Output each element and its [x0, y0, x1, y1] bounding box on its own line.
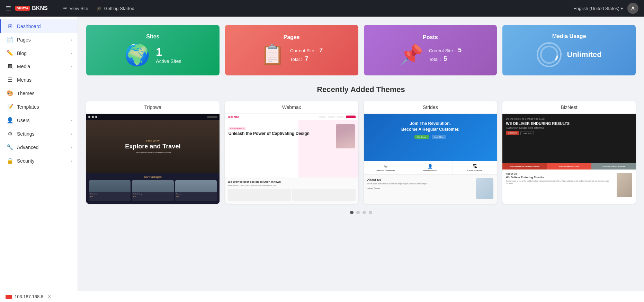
strides-feat-3: 🏗 Constructive Built [453, 161, 497, 174]
sidebar-item-security[interactable]: 🔒 Security › [0, 154, 78, 167]
svg-point-0 [541, 46, 557, 63]
topnav: ☰ BKMTA BKNS 👁 View Site 🎓 Getting Start… [0, 0, 644, 17]
sidebar-item-themes[interactable]: 🎨 Themes [0, 86, 78, 100]
brand-name: BKNS [32, 5, 47, 11]
dashboard-label: Dashboard [17, 24, 72, 29]
tripowa-nav-btn [207, 116, 217, 118]
sidebar-item-pages[interactable]: 📄 Pages › [0, 33, 78, 46]
sites-stats: 1 Active Sites [156, 46, 181, 64]
pages-icon: 📋 [260, 43, 285, 66]
sites-card-inner: Sites 🌍 1 Active Sites [93, 34, 213, 67]
pages-current-row: Current Site : 7 [290, 47, 323, 54]
strides-buttons: Get Started Learn More [368, 135, 493, 139]
settings-label: Settings [17, 131, 67, 137]
posts-card[interactable]: Posts 📌 Current Site : 5 Total : 5 [364, 25, 497, 75]
tripowa-headline: Explore and Travel [125, 143, 180, 150]
biznest-feat-1: Private Finance & Business Service [502, 163, 547, 170]
biznest-feat-3: Customer Strategy Analysis [591, 163, 636, 170]
webmax-hero: Premium Auto Tool Unleash the Power of C… [225, 120, 358, 177]
posts-total-value: 5 [444, 55, 447, 62]
posts-total-row: Total : 5 [429, 55, 462, 63]
dot-1[interactable] [350, 211, 354, 214]
dashboard-icon: ⊞ [7, 23, 14, 29]
webmax-nav: Webmax [225, 114, 358, 120]
biznest-feat-3-label: Customer Strategy Analysis [593, 165, 634, 167]
view-site-link[interactable]: 👁 View Site [63, 6, 88, 11]
biznest-lower-body: Our company is one of the world's leadin… [506, 180, 614, 185]
media-chevron: › [71, 64, 72, 68]
sidebar-item-blog[interactable]: ✏️ Blog › [0, 46, 78, 60]
sidebar-item-settings[interactable]: ⚙ Settings › [0, 127, 78, 140]
hamburger-button[interactable]: ☰ [6, 4, 11, 12]
webmax-body-text: Reiciendis sit, ut alias, officiis quod … [228, 184, 356, 187]
themes-grid: Tripowa Let's go on [86, 101, 636, 204]
advanced-icon: 🔧 [7, 144, 14, 150]
advanced-chevron: › [71, 145, 72, 149]
media-card[interactable]: Media Usage Unlimited [502, 25, 636, 75]
main-layout: ⊞ Dashboard 📄 Pages › ✏️ Blog › 🖼 Media … [0, 17, 644, 291]
strides-about-title: About Us [367, 178, 474, 182]
theme-card-biznest[interactable]: BizNest We are ready to change the game!… [502, 101, 636, 204]
theme-preview-strides: Join The Revolution.Become A Regular Cus… [364, 114, 497, 204]
theme-card-webmax[interactable]: Webmax Webmax [225, 101, 358, 204]
pages-card[interactable]: Pages 📋 Current Site : 7 Total : 7 [225, 25, 358, 75]
sidebar-item-dashboard[interactable]: ⊞ Dashboard [0, 19, 78, 33]
posts-card-inner: Posts 📌 Current Site : 5 Total : 5 [371, 34, 490, 66]
pages-total-row: Total : 7 [290, 55, 323, 63]
pages-card-inner: Pages 📋 Current Site : 7 Total : 7 [232, 34, 351, 66]
tripowa-package-cards: Winter Action $250 Scuba Surfing $199 [89, 180, 217, 201]
biznest-about-label: ABOUT US [506, 173, 614, 175]
settings-chevron: › [71, 132, 72, 136]
dot-2[interactable] [356, 211, 360, 214]
avatar[interactable]: A [627, 3, 638, 14]
sidebar-item-templates[interactable]: 📝 Templates [0, 100, 78, 113]
posts-stats: Current Site : 5 Total : 5 [429, 47, 462, 63]
language-selector[interactable]: English (United States) ▾ [573, 6, 623, 11]
tripowa-pkg-1: Winter Action $250 [89, 180, 131, 201]
getting-started-link[interactable]: 🎓 Getting Started [97, 6, 134, 11]
dot-4[interactable] [369, 211, 372, 214]
ip-flag [6, 295, 12, 299]
sidebar-item-media[interactable]: 🖼 Media › [0, 60, 78, 73]
gauge-svg [539, 44, 560, 65]
globe-icon: 🌍 [124, 43, 150, 67]
blog-label: Blog [17, 51, 67, 56]
blog-chevron: › [71, 51, 72, 55]
dot-3[interactable] [363, 211, 366, 214]
ip-close-button[interactable]: ✕ [47, 294, 51, 299]
strides-about: About Us Lorem ipsum dolor sit amet cons… [364, 175, 497, 204]
strides-feat-1-icon: ♾ [366, 164, 406, 169]
themes-label: Themes [17, 91, 72, 96]
webmax-headline: Unleash the Power of Captivating Design [229, 131, 333, 137]
sidebar-item-users[interactable]: 👤 Users › [0, 113, 78, 127]
webmax-sub-headline: We provide best design solution in town [228, 180, 356, 183]
graduation-icon: 🎓 [97, 6, 102, 11]
brand: BKMTA BKNS [15, 5, 48, 11]
posts-current-label: Current Site : [429, 48, 456, 53]
tripowa-nav-item [92, 116, 94, 118]
theme-card-strides[interactable]: Strides Join The Revolution.Become A Reg… [364, 101, 497, 204]
strides-feat-2-icon: 👤 [410, 164, 450, 169]
sidebar-item-advanced[interactable]: 🔧 Advanced › [0, 140, 78, 154]
templates-label: Templates [17, 104, 72, 110]
strides-inner: Join The Revolution.Become A Regular Cus… [364, 114, 497, 204]
media-icon: 🖼 [7, 63, 14, 70]
pages-label: Pages [17, 37, 67, 43]
media-label: Media [17, 64, 67, 69]
pages-chevron: › [71, 38, 72, 42]
pages-current-value: 7 [319, 47, 323, 54]
biznest-headline: WE DELIVER ENDURING RESULTS [506, 121, 632, 126]
strides-feat-2-label: Personal Service [410, 170, 450, 172]
posts-current-value: 5 [458, 47, 462, 54]
biznest-subtext: MAKING YOUR BUSINESS IDEAS COME TRUE [506, 127, 632, 129]
biznest-feat-2-label: Private Investment Data [549, 165, 590, 167]
strides-btn-primary: Get Started [414, 135, 429, 139]
tripowa-hero: Let's go on Explore and Travel Lorem ips… [86, 120, 220, 173]
sites-card[interactable]: Sites 🌍 1 Active Sites [86, 25, 220, 75]
strides-features: ♾ Unlimited Possibilities 👤 Personal Ser… [364, 161, 497, 175]
biznest-feat-2: Private Investment Data [547, 163, 591, 170]
strides-hero: Join The Revolution.Become A Regular Cus… [364, 114, 497, 161]
theme-card-tripowa[interactable]: Tripowa Let's go on [86, 101, 220, 204]
pages-title: Pages [232, 34, 351, 40]
sidebar-item-menus[interactable]: ☰ Menus [0, 73, 78, 86]
